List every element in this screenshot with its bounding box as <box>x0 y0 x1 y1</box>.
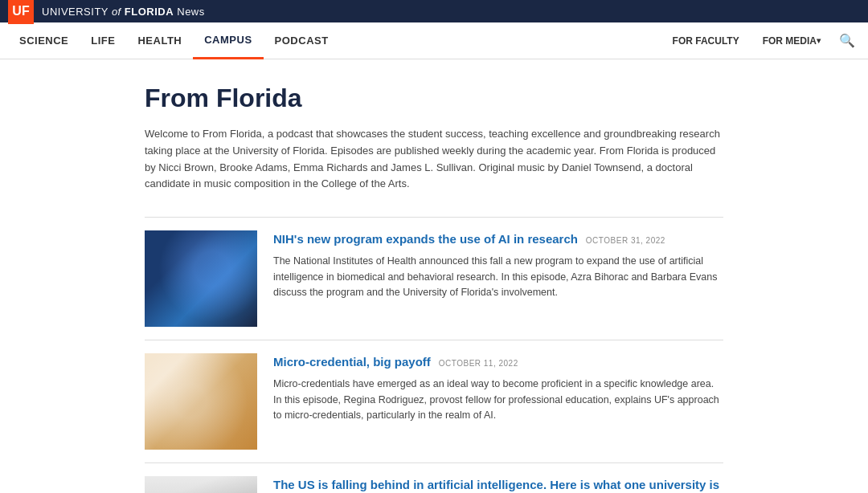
article-item: Micro-credential, big payoff OCTOBER 11,… <box>145 340 723 462</box>
articles-list: NIH's new program expands the use of AI … <box>145 217 723 493</box>
nav-for-media[interactable]: FOR MEDIA <box>753 22 830 59</box>
uf-logo-text: UF <box>12 4 29 18</box>
title-date-row-3: The US is falling behind in artificial i… <box>273 476 723 493</box>
nav-item-health[interactable]: HEALTH <box>126 22 193 59</box>
article-title-3[interactable]: The US is falling behind in artificial i… <box>273 478 719 493</box>
site-title: UNIVERSITY of FLORIDA News <box>42 6 205 18</box>
top-bar: UF UNIVERSITY of FLORIDA News <box>0 0 868 22</box>
title-date-row-1: NIH's new program expands the use of AI … <box>273 230 723 247</box>
nav-right: FOR FACULTY FOR MEDIA 🔍 <box>663 22 860 59</box>
article-date-2: OCTOBER 11, 2022 <box>439 359 518 368</box>
article-title-1[interactable]: NIH's new program expands the use of AI … <box>273 232 578 246</box>
article-item: The US is falling behind in artificial i… <box>145 462 723 493</box>
site-title-prefix: UNIVERSITY <box>42 6 112 18</box>
article-summary-2: Micro-credentials have emerged as an ide… <box>273 377 723 423</box>
page-title: From Florida <box>145 84 723 113</box>
article-thumbnail-2 <box>145 353 257 450</box>
search-icon[interactable]: 🔍 <box>834 28 860 54</box>
article-date-1: OCTOBER 31, 2022 <box>586 236 665 245</box>
main-content: From Florida Welcome to From Florida, a … <box>129 59 739 493</box>
article-content-1: NIH's new program expands the use of AI … <box>273 230 723 327</box>
site-title-italic: of <box>112 6 121 18</box>
nav-bar: SCIENCE LIFE HEALTH CAMPUS PODCAST FOR F… <box>0 22 868 59</box>
nav-item-science[interactable]: SCIENCE <box>8 22 80 59</box>
site-title-suffix: FLORIDA <box>121 6 174 18</box>
article-image-2 <box>145 353 257 450</box>
article-title-2[interactable]: Micro-credential, big payoff <box>273 355 431 369</box>
article-image-3 <box>145 476 257 493</box>
article-content-3: The US is falling behind in artificial i… <box>273 476 723 493</box>
article-image-1 <box>145 230 257 327</box>
title-date-row-2: Micro-credential, big payoff OCTOBER 11,… <box>273 353 723 370</box>
article-thumbnail-1 <box>145 230 257 327</box>
nav-item-life[interactable]: LIFE <box>80 22 126 59</box>
nav-item-campus[interactable]: CAMPUS <box>193 22 263 59</box>
article-content-2: Micro-credential, big payoff OCTOBER 11,… <box>273 353 723 450</box>
nav-item-podcast[interactable]: PODCAST <box>264 22 340 59</box>
article-summary-1: The National Institutes of Health announ… <box>273 254 723 300</box>
page-description: Welcome to From Florida, a podcast that … <box>145 126 723 193</box>
article-item: NIH's new program expands the use of AI … <box>145 217 723 340</box>
article-thumbnail-3 <box>145 476 257 493</box>
nav-left: SCIENCE LIFE HEALTH CAMPUS PODCAST <box>8 22 663 59</box>
nav-for-faculty[interactable]: FOR FACULTY <box>663 22 749 59</box>
uf-logo[interactable]: UF <box>8 0 34 24</box>
site-title-end: News <box>174 6 205 18</box>
